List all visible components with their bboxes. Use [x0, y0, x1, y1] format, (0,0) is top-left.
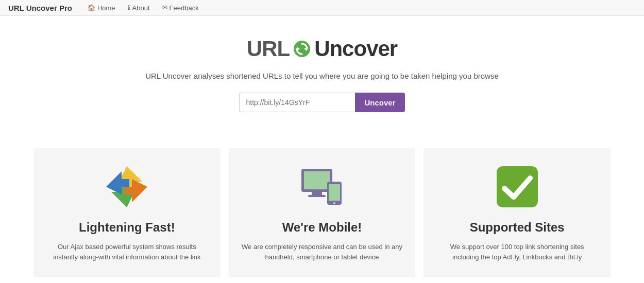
- mobile-icon: [299, 164, 345, 210]
- nav-links: 🏠 Home ℹ About ✉ Feedback: [82, 2, 204, 14]
- logo-uncover-text: Uncover: [314, 37, 397, 61]
- mobile-desc: We are completely responsive and can be …: [241, 242, 403, 262]
- navbar: URL Uncover Pro 🏠 Home ℹ About ✉ Feedbac…: [0, 0, 644, 16]
- svg-rect-9: [312, 192, 322, 195]
- hero-subtitle: URL Uncover analyses shortened URLs to t…: [10, 72, 634, 80]
- hero-logo: URL Uncover: [247, 37, 397, 61]
- mobile-title: We're Mobile!: [241, 220, 403, 235]
- feature-card-supported: Supported Sites We support over 100 top …: [423, 148, 611, 277]
- lightning-icon: [104, 164, 150, 210]
- svg-rect-12: [329, 184, 340, 201]
- info-icon: ℹ: [128, 4, 130, 11]
- about-link[interactable]: ℹ About: [123, 2, 155, 14]
- supported-icon: [494, 164, 540, 210]
- home-icon: 🏠: [88, 4, 95, 11]
- features-section: Lightening Fast! Our Ajax based powerful…: [13, 138, 631, 283]
- logo-icon: [293, 40, 311, 58]
- uncover-button[interactable]: Uncover: [355, 93, 404, 112]
- feedback-link[interactable]: ✉ Feedback: [157, 2, 204, 14]
- hero-section: URL Uncover URL Uncover analyses shorten…: [0, 16, 644, 138]
- supported-desc: We support over 100 top link shortening …: [436, 242, 598, 262]
- feature-card-mobile: We're Mobile! We are completely responsi…: [229, 148, 416, 277]
- feature-card-fast: Lightening Fast! Our Ajax based powerful…: [33, 148, 221, 277]
- mail-icon: ✉: [162, 4, 167, 11]
- svg-rect-8: [304, 171, 330, 189]
- home-label: Home: [97, 4, 115, 12]
- logo-url-text: URL: [247, 37, 290, 61]
- feedback-label: Feedback: [170, 4, 199, 12]
- supported-title: Supported Sites: [436, 220, 598, 235]
- fast-desc: Our Ajax based powerful system shows res…: [46, 242, 208, 262]
- brand-link[interactable]: URL Uncover Pro: [8, 4, 72, 12]
- search-form: Uncover: [10, 93, 634, 112]
- home-link[interactable]: 🏠 Home: [82, 2, 121, 14]
- svg-point-13: [333, 202, 335, 204]
- svg-rect-10: [308, 195, 326, 197]
- fast-title: Lightening Fast!: [46, 220, 208, 235]
- about-label: About: [132, 4, 150, 12]
- url-input[interactable]: [239, 93, 355, 112]
